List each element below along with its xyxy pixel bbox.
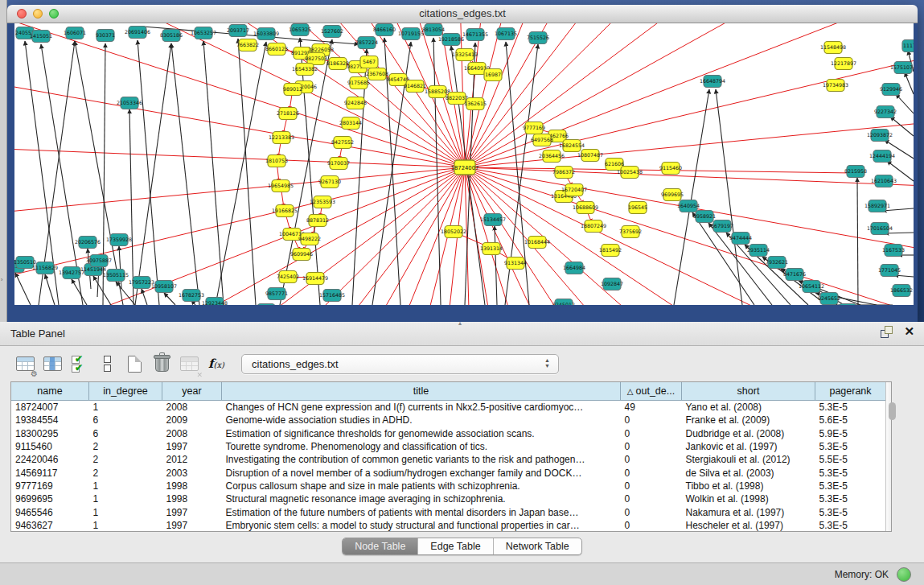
- table-cell[interactable]: Changes of HCN gene expression and I(f) …: [222, 401, 621, 414]
- table-cell[interactable]: Genome-wide association studies in ADHD.: [222, 414, 621, 426]
- table-cell[interactable]: Nakamura et al. (1997): [682, 505, 815, 518]
- graph-node[interactable]: 16648794: [700, 76, 725, 88]
- table-cell[interactable]: 18724007: [11, 401, 89, 414]
- table-cell[interactable]: 9465546: [11, 505, 89, 518]
- graph-node[interactable]: 9170037: [327, 158, 350, 170]
- graph-node[interactable]: 9227342: [874, 106, 897, 118]
- graph-node[interactable]: 16210643: [871, 175, 897, 187]
- graph-node[interactable]: 16914479: [302, 273, 328, 285]
- table-row[interactable]: 946554611997Estimation of the future num…: [11, 505, 885, 518]
- graph-node[interactable]: 6679197: [711, 220, 733, 233]
- delete-column-button[interactable]: [150, 352, 174, 376]
- graph-node[interactable]: 10958107: [151, 281, 177, 293]
- table-cell[interactable]: 0: [621, 440, 682, 453]
- graph-node[interactable]: 16824554: [559, 140, 585, 152]
- table-cell[interactable]: 18300295: [11, 427, 89, 440]
- table-cell[interactable]: Wolkin et al. (1998): [682, 492, 815, 505]
- table-cell[interactable]: Dudbridge et al. (2008): [682, 427, 815, 440]
- table-cell[interactable]: 1: [89, 519, 162, 532]
- tab-edge-table[interactable]: Edge Table: [418, 538, 493, 554]
- table-cell[interactable]: Corpus callosum shape and size in male p…: [222, 480, 621, 492]
- select-all-button[interactable]: ✔ ✔: [68, 352, 92, 376]
- scrollbar-thumb[interactable]: [889, 402, 896, 420]
- table-mode-button[interactable]: ⚙: [13, 352, 37, 376]
- graph-node[interactable]: 9267130: [318, 176, 341, 188]
- graph-node[interactable]: 8305186: [160, 30, 183, 42]
- row-height-button[interactable]: [95, 352, 119, 376]
- graph-node[interactable]: 9245652: [818, 293, 840, 305]
- graph-node[interactable]: 8958921: [693, 211, 716, 223]
- graph-node[interactable]: 8466160: [373, 24, 396, 36]
- table-cell[interactable]: 5.9E-5: [815, 427, 886, 440]
- table-cell[interactable]: Jankovic et al. (1997): [682, 440, 815, 453]
- column-header-year[interactable]: year: [162, 382, 222, 401]
- graph-node[interactable]: 13505115: [103, 270, 129, 282]
- table-cell[interactable]: Investigating the contribution of common…: [222, 453, 621, 466]
- table-cell[interactable]: Yano et al. (2008): [682, 401, 815, 414]
- graph-node[interactable]: 1815492: [599, 245, 622, 257]
- table-cell[interactable]: Franke et al. (2009): [682, 414, 815, 426]
- graph-node[interactable]: 9245012: [552, 299, 575, 306]
- graph-node[interactable]: 9242848: [344, 97, 367, 109]
- graph-node[interactable]: 15716485: [319, 290, 345, 302]
- table-cell[interactable]: 1997: [162, 440, 222, 453]
- graph-node[interactable]: 15892971: [864, 200, 890, 212]
- close-panel-icon[interactable]: ✕: [904, 326, 914, 337]
- graph-node[interactable]: 2803144: [339, 117, 362, 130]
- graph-node[interactable]: 9857771: [265, 288, 288, 300]
- graph-node[interactable]: 1092847: [601, 278, 623, 290]
- column-header-pagerank[interactable]: pagerank: [815, 382, 886, 401]
- graph-node[interactable]: 16033809: [253, 28, 279, 40]
- graph-node[interactable]: 12217897: [831, 58, 856, 70]
- table-cell[interactable]: 22420046: [11, 453, 89, 466]
- graph-node[interactable]: 1664984: [563, 262, 585, 274]
- table-cell[interactable]: 19384554: [11, 414, 89, 426]
- table-cell[interactable]: 0: [621, 480, 682, 492]
- column-header-in_degree[interactable]: in_degree: [89, 382, 162, 401]
- graph-node[interactable]: 8427552: [331, 137, 354, 149]
- table-cell[interactable]: 5.3E-5: [815, 492, 886, 505]
- float-panel-icon[interactable]: [881, 326, 893, 337]
- graph-node[interactable]: 12093872: [867, 130, 893, 142]
- graph-node[interactable]: 10653257: [191, 27, 216, 39]
- graph-node[interactable]: 18052022: [441, 226, 466, 238]
- table-cell[interactable]: 0: [621, 505, 682, 518]
- graph-node[interactable]: 10688609: [573, 202, 598, 214]
- table-cell[interactable]: 6: [89, 427, 162, 440]
- graph-node[interactable]: 7495012: [836, 304, 859, 306]
- table-cell[interactable]: 9777169: [11, 480, 89, 492]
- table-select-dropdown[interactable]: citations_edges.txt ▲▼: [241, 354, 559, 374]
- column-header-title[interactable]: title: [222, 382, 621, 401]
- graph-node[interactable]: 1391314: [480, 243, 503, 255]
- graph-node[interactable]: 12923448: [202, 298, 228, 306]
- graph-node[interactable]: 8186328: [326, 58, 349, 70]
- graph-node[interactable]: 1606071: [64, 27, 86, 39]
- tab-node-table[interactable]: Node Table: [343, 538, 418, 554]
- table-cell[interactable]: 2003: [162, 466, 222, 479]
- table-cell[interactable]: Disruption of a novel member of a sodium…: [222, 466, 621, 479]
- table-cell[interactable]: 1998: [162, 492, 222, 505]
- graph-node[interactable]: 20691406: [125, 27, 150, 39]
- table-cell[interactable]: 0: [621, 519, 682, 532]
- graph-node[interactable]: 196545: [628, 202, 647, 214]
- graph-node[interactable]: 6497568: [531, 134, 553, 146]
- new-column-button[interactable]: [122, 352, 146, 376]
- graph-node[interactable]: 10719155: [398, 28, 424, 40]
- graph-node[interactable]: 10654112: [799, 281, 824, 293]
- table-cell[interactable]: 9699695: [11, 492, 89, 505]
- table-cell[interactable]: 9463627: [11, 519, 89, 532]
- table-row[interactable]: 1456911722003Disruption of a novel membe…: [11, 466, 885, 479]
- graph-node[interactable]: 20364456: [539, 150, 565, 163]
- table-cell[interactable]: 5.3E-5: [815, 519, 886, 532]
- graph-node[interactable]: 9146821: [404, 80, 426, 93]
- table-cell[interactable]: 5.3E-5: [815, 401, 886, 414]
- table-cell[interactable]: 0: [621, 414, 682, 426]
- graph-node[interactable]: 12213383: [269, 132, 294, 144]
- graph-node[interactable]: 10807487: [577, 150, 603, 162]
- graph-node[interactable]: 7375692: [619, 226, 642, 238]
- graph-node[interactable]: 1167533: [882, 245, 905, 257]
- graph-node[interactable]: 9129946: [880, 84, 902, 96]
- table-cell[interactable]: 5.3E-5: [815, 466, 886, 479]
- panel-resize-handle[interactable]: ▴: [458, 319, 462, 327]
- graph-node[interactable]: 2935114: [747, 245, 770, 257]
